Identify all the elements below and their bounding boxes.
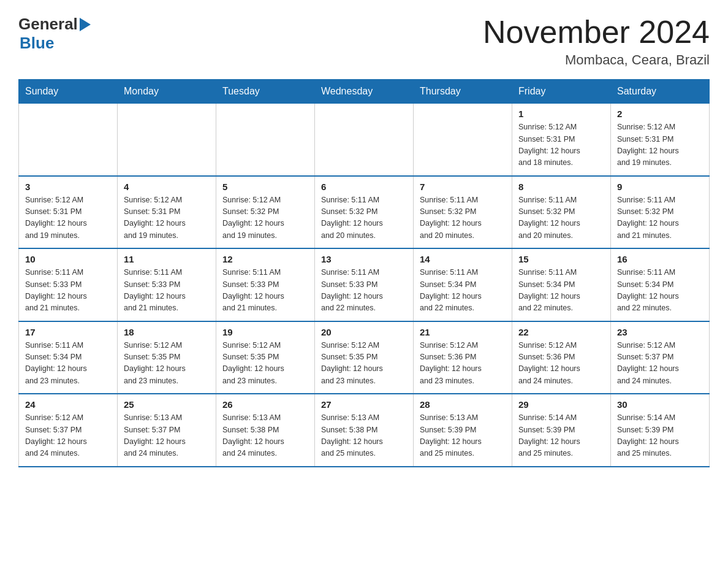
calendar-cell: 14Sunrise: 5:11 AMSunset: 5:34 PMDayligh… (414, 248, 512, 321)
calendar-cell: 4Sunrise: 5:12 AMSunset: 5:31 PMDaylight… (118, 176, 216, 249)
calendar-cell (118, 104, 216, 176)
day-info: Sunrise: 5:11 AMSunset: 5:33 PMDaylight:… (222, 267, 308, 315)
calendar-cell: 27Sunrise: 5:13 AMSunset: 5:38 PMDayligh… (315, 394, 414, 467)
day-info: Sunrise: 5:13 AMSunset: 5:37 PMDaylight:… (124, 412, 210, 460)
day-number: 1 (518, 109, 604, 119)
day-number: 7 (420, 182, 506, 192)
day-info: Sunrise: 5:12 AMSunset: 5:35 PMDaylight:… (124, 340, 210, 388)
calendar-cell: 11Sunrise: 5:11 AMSunset: 5:33 PMDayligh… (118, 248, 216, 321)
calendar-cell: 6Sunrise: 5:11 AMSunset: 5:32 PMDaylight… (315, 176, 414, 249)
calendar-cell: 22Sunrise: 5:12 AMSunset: 5:36 PMDayligh… (512, 321, 611, 394)
day-info: Sunrise: 5:11 AMSunset: 5:33 PMDaylight:… (25, 267, 111, 315)
calendar-table: SundayMondayTuesdayWednesdayThursdayFrid… (18, 79, 710, 467)
calendar-cell (414, 104, 512, 176)
calendar-cell: 26Sunrise: 5:13 AMSunset: 5:38 PMDayligh… (216, 394, 315, 467)
day-number: 23 (617, 327, 703, 337)
day-number: 17 (25, 327, 111, 337)
day-info: Sunrise: 5:12 AMSunset: 5:31 PMDaylight:… (124, 194, 210, 242)
day-info: Sunrise: 5:13 AMSunset: 5:39 PMDaylight:… (420, 412, 506, 460)
day-number: 28 (420, 399, 506, 410)
header-monday: Monday (118, 80, 216, 104)
day-info: Sunrise: 5:11 AMSunset: 5:32 PMDaylight:… (420, 194, 506, 242)
week-row-1: 1Sunrise: 5:12 AMSunset: 5:31 PMDaylight… (19, 104, 710, 176)
logo: General Blue (18, 15, 91, 53)
calendar-cell: 29Sunrise: 5:14 AMSunset: 5:39 PMDayligh… (512, 394, 611, 467)
calendar-header: SundayMondayTuesdayWednesdayThursdayFrid… (19, 80, 710, 104)
calendar-cell: 12Sunrise: 5:11 AMSunset: 5:33 PMDayligh… (216, 248, 315, 321)
header: General Blue November 2024 Mombaca, Cear… (18, 15, 710, 68)
title-section: November 2024 Mombaca, Ceara, Brazil (483, 15, 710, 68)
day-info: Sunrise: 5:13 AMSunset: 5:38 PMDaylight:… (222, 412, 308, 460)
day-number: 16 (617, 254, 703, 264)
day-number: 10 (25, 254, 111, 264)
week-row-4: 17Sunrise: 5:11 AMSunset: 5:34 PMDayligh… (19, 321, 710, 394)
calendar-cell (216, 104, 315, 176)
day-number: 18 (124, 327, 210, 337)
day-info: Sunrise: 5:14 AMSunset: 5:39 PMDaylight:… (617, 412, 703, 460)
calendar-cell: 21Sunrise: 5:12 AMSunset: 5:36 PMDayligh… (414, 321, 512, 394)
day-info: Sunrise: 5:11 AMSunset: 5:34 PMDaylight:… (617, 267, 703, 315)
day-info: Sunrise: 5:12 AMSunset: 5:35 PMDaylight:… (222, 340, 308, 388)
logo-general: General (18, 15, 78, 34)
calendar-cell: 15Sunrise: 5:11 AMSunset: 5:34 PMDayligh… (512, 248, 611, 321)
day-number: 26 (222, 399, 308, 410)
day-number: 13 (321, 254, 407, 264)
day-number: 3 (25, 182, 111, 192)
calendar-cell: 24Sunrise: 5:12 AMSunset: 5:37 PMDayligh… (19, 394, 118, 467)
day-info: Sunrise: 5:13 AMSunset: 5:38 PMDaylight:… (321, 412, 407, 460)
day-number: 22 (518, 327, 604, 337)
day-number: 20 (321, 327, 407, 337)
calendar-cell (19, 104, 118, 176)
calendar-cell: 28Sunrise: 5:13 AMSunset: 5:39 PMDayligh… (414, 394, 512, 467)
calendar-body: 1Sunrise: 5:12 AMSunset: 5:31 PMDaylight… (19, 104, 710, 467)
calendar-cell: 10Sunrise: 5:11 AMSunset: 5:33 PMDayligh… (19, 248, 118, 321)
day-info: Sunrise: 5:12 AMSunset: 5:37 PMDaylight:… (617, 340, 703, 388)
month-title: November 2024 (483, 15, 710, 50)
calendar-cell: 5Sunrise: 5:12 AMSunset: 5:32 PMDaylight… (216, 176, 315, 249)
day-info: Sunrise: 5:14 AMSunset: 5:39 PMDaylight:… (518, 412, 604, 460)
day-info: Sunrise: 5:11 AMSunset: 5:33 PMDaylight:… (321, 267, 407, 315)
day-number: 2 (617, 109, 703, 119)
logo-blue: Blue (20, 34, 54, 53)
day-number: 12 (222, 254, 308, 264)
day-info: Sunrise: 5:11 AMSunset: 5:34 PMDaylight:… (420, 267, 506, 315)
day-info: Sunrise: 5:11 AMSunset: 5:32 PMDaylight:… (321, 194, 407, 242)
calendar-cell: 23Sunrise: 5:12 AMSunset: 5:37 PMDayligh… (611, 321, 710, 394)
day-info: Sunrise: 5:11 AMSunset: 5:32 PMDaylight:… (518, 194, 604, 242)
day-number: 21 (420, 327, 506, 337)
day-number: 11 (124, 254, 210, 264)
header-thursday: Thursday (414, 80, 512, 104)
week-row-5: 24Sunrise: 5:12 AMSunset: 5:37 PMDayligh… (19, 394, 710, 467)
day-info: Sunrise: 5:11 AMSunset: 5:34 PMDaylight:… (25, 340, 111, 388)
day-info: Sunrise: 5:12 AMSunset: 5:32 PMDaylight:… (222, 194, 308, 242)
header-tuesday: Tuesday (216, 80, 315, 104)
day-info: Sunrise: 5:11 AMSunset: 5:34 PMDaylight:… (518, 267, 604, 315)
day-number: 6 (321, 182, 407, 192)
header-sunday: Sunday (19, 80, 118, 104)
day-number: 30 (617, 399, 703, 410)
calendar-cell: 25Sunrise: 5:13 AMSunset: 5:37 PMDayligh… (118, 394, 216, 467)
header-wednesday: Wednesday (315, 80, 414, 104)
day-number: 9 (617, 182, 703, 192)
day-info: Sunrise: 5:12 AMSunset: 5:31 PMDaylight:… (518, 121, 604, 169)
logo-triangle-icon (80, 18, 91, 31)
calendar-cell: 20Sunrise: 5:12 AMSunset: 5:35 PMDayligh… (315, 321, 414, 394)
day-info: Sunrise: 5:12 AMSunset: 5:36 PMDaylight:… (420, 340, 506, 388)
day-info: Sunrise: 5:12 AMSunset: 5:36 PMDaylight:… (518, 340, 604, 388)
calendar-cell: 18Sunrise: 5:12 AMSunset: 5:35 PMDayligh… (118, 321, 216, 394)
day-number: 5 (222, 182, 308, 192)
calendar-cell: 8Sunrise: 5:11 AMSunset: 5:32 PMDaylight… (512, 176, 611, 249)
calendar-cell: 3Sunrise: 5:12 AMSunset: 5:31 PMDaylight… (19, 176, 118, 249)
calendar-cell: 17Sunrise: 5:11 AMSunset: 5:34 PMDayligh… (19, 321, 118, 394)
day-info: Sunrise: 5:11 AMSunset: 5:33 PMDaylight:… (124, 267, 210, 315)
day-number: 4 (124, 182, 210, 192)
day-info: Sunrise: 5:11 AMSunset: 5:32 PMDaylight:… (617, 194, 703, 242)
day-number: 19 (222, 327, 308, 337)
header-row: SundayMondayTuesdayWednesdayThursdayFrid… (19, 80, 710, 104)
calendar-cell (315, 104, 414, 176)
calendar-cell: 1Sunrise: 5:12 AMSunset: 5:31 PMDaylight… (512, 104, 611, 176)
day-number: 25 (124, 399, 210, 410)
week-row-3: 10Sunrise: 5:11 AMSunset: 5:33 PMDayligh… (19, 248, 710, 321)
day-info: Sunrise: 5:12 AMSunset: 5:31 PMDaylight:… (617, 121, 703, 169)
calendar-cell: 2Sunrise: 5:12 AMSunset: 5:31 PMDaylight… (611, 104, 710, 176)
